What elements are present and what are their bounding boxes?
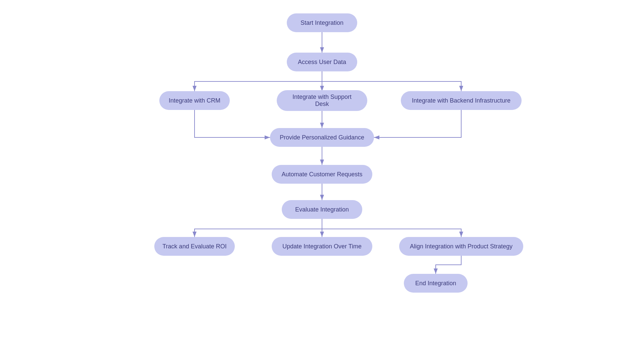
node-align: Align Integration with Product Strategy (399, 237, 523, 256)
node-backend: Integrate with Backend Infrastructure (401, 91, 522, 110)
node-update: Update Integration Over Time (272, 237, 372, 256)
node-evaluate: Evaluate Integration (282, 200, 362, 219)
node-personalized: Provide Personalized Guidance (270, 128, 374, 147)
node-start: Start Integration (287, 13, 357, 32)
node-crm: Integrate with CRM (159, 91, 230, 110)
node-access_user_data: Access User Data (287, 53, 357, 71)
diagram-container: Start IntegrationAccess User DataIntegra… (0, 0, 644, 362)
node-track_roi: Track and Evaluate ROI (154, 237, 235, 256)
node-support_desk: Integrate with Support Desk (277, 90, 367, 111)
node-automate: Automate Customer Requests (272, 165, 372, 184)
node-end: End Integration (404, 274, 468, 293)
